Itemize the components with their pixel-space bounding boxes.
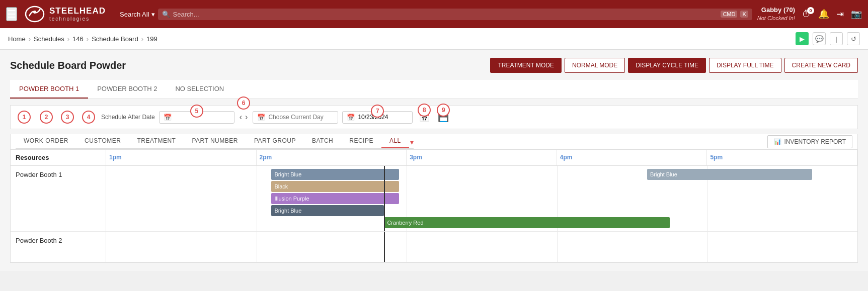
annotation-8: 8 [418, 104, 431, 117]
col-line-1 [257, 166, 257, 231]
col-line-b2-2 [407, 232, 407, 262]
bell-icon[interactable]: 🔔 [818, 9, 829, 20]
breadcrumb-146[interactable]: 146 [72, 35, 84, 43]
time-5pm: 5pm [707, 150, 857, 165]
bar-bright-blue-1[interactable]: Bright Blue [271, 169, 399, 180]
brand-sub: technologies [49, 16, 106, 22]
gantt-row-booth1: Powder Booth 1 Bright Blue Black Illusio… [11, 166, 857, 232]
bar-bright-blue-3[interactable]: Bright Blue [647, 169, 812, 180]
time-4pm: 4pm [557, 150, 707, 165]
breadcrumb-sep2: › [67, 35, 69, 43]
gantt-chart: Resources 1pm 2pm 3pm 4pm 5pm Powder Boo… [10, 149, 858, 263]
icon-btn-2[interactable]: 2 [38, 110, 55, 125]
current-day-field[interactable] [268, 114, 334, 121]
toolbar: 1 2 3 4 Schedule After Date 📅 5 6 ‹ › 📅 [10, 105, 858, 129]
display-cycle-time-button[interactable]: DISPLAY CYCLE TIME [628, 58, 706, 73]
col-line-b2-3 [557, 232, 558, 262]
icon-btn-4[interactable]: 4 [80, 110, 97, 125]
date-field-5[interactable] [175, 114, 230, 121]
search-icon: 🔍 [162, 11, 170, 18]
bar-illusion-purple[interactable]: Illusion Purple [271, 193, 399, 204]
play-button[interactable]: ▶ [796, 32, 809, 45]
col-line-b2-1 [257, 232, 257, 262]
prev-arrow[interactable]: ‹ [239, 112, 243, 123]
message-button[interactable]: 💬 [813, 32, 826, 45]
icon-btn-8[interactable]: 📅 8 [417, 111, 432, 124]
refresh-button[interactable]: ↺ [847, 32, 860, 45]
filter-tabs: WORK ORDER CUSTOMER TREATMENT PART NUMBE… [16, 134, 414, 149]
breadcrumb-sep4: › [141, 35, 143, 43]
filter-dropdown-arrow: ▾ [409, 136, 414, 146]
user-name: Gabby (70) [757, 6, 795, 15]
timer-icon[interactable]: ⏱ 0 [802, 9, 811, 20]
create-new-card-button[interactable]: CREATE NEW CARD [784, 58, 858, 73]
annotation-1: 1 [18, 111, 31, 124]
gantt-content-booth2 [106, 232, 857, 262]
breadcrumb-sep1: › [29, 35, 31, 43]
filter-batch[interactable]: BATCH [304, 134, 341, 148]
camera-icon[interactable]: 📷 [851, 9, 862, 20]
filter-treatment[interactable]: TREATMENT [129, 134, 184, 148]
chart-icon: 📊 [774, 138, 781, 145]
search-input[interactable] [173, 11, 718, 18]
filter-customer[interactable]: CUSTOMER [76, 134, 129, 148]
calendar-icon-7: 📅 [347, 114, 355, 121]
next-arrow[interactable]: › [244, 112, 249, 123]
filter-all[interactable]: ALL [381, 134, 409, 148]
page-title: Schedule Board Powder [10, 60, 126, 71]
logo-text: STEELHEAD technologies [49, 7, 106, 22]
inventory-report-button[interactable]: 📊 INVENTORY REPORT [767, 135, 852, 148]
tab-powder-booth-2[interactable]: POWDER BOOTH 2 [88, 80, 166, 99]
search-box: 🔍 CMD K [158, 9, 752, 20]
breadcrumb-sep3: › [87, 35, 89, 43]
brand-name: STEELHEAD [49, 7, 106, 16]
nav-arrows: 6 ‹ › [239, 112, 249, 123]
breadcrumb-199[interactable]: 199 [146, 35, 157, 43]
divider-button: | [830, 32, 843, 45]
filter-work-order[interactable]: WORK ORDER [16, 134, 76, 148]
hamburger-menu[interactable]: ☰ [6, 7, 17, 21]
icon-btn-3[interactable]: 3 [59, 110, 76, 125]
tab-no-selection[interactable]: NO SELECTION [166, 80, 233, 99]
tab-powder-booth-1[interactable]: POWDER BOOTH 1 [10, 80, 88, 99]
breadcrumb-actions: ▶ 💬 | ↺ [796, 32, 860, 45]
display-full-time-button[interactable]: DISPLAY FULL TIME [709, 58, 781, 73]
inventory-btn-label: INVENTORY REPORT [784, 138, 846, 145]
icon-btn-1[interactable]: 1 [16, 110, 33, 125]
search-all-button[interactable]: Search All ▾ [120, 11, 155, 18]
filter-part-number[interactable]: PART NUMBER [184, 134, 246, 148]
gantt-content-booth1: Bright Blue Black Illusion Purple Bright… [106, 166, 857, 231]
treatment-mode-button[interactable]: TREATMENT MODE [490, 58, 562, 73]
logo-icon [24, 5, 45, 23]
current-date-input[interactable]: 📅 7 [342, 111, 413, 124]
filter-recipe[interactable]: RECIPE [341, 134, 381, 148]
annotation-9: 9 [437, 104, 450, 117]
bar-bright-blue-2[interactable]: Bright Blue [271, 205, 384, 216]
breadcrumb-home[interactable]: Home [8, 35, 26, 43]
filter-part-group[interactable]: PART GROUP [246, 134, 304, 148]
timer-badge: 0 [807, 7, 814, 14]
topnav-right: Gabby (70) Not Clocked In! ⏱ 0 🔔 ⇥ 📷 [757, 6, 862, 22]
choose-current-day-input[interactable]: 📅 [253, 111, 338, 124]
logout-icon[interactable]: ⇥ [836, 9, 844, 20]
main-content: Schedule Board Powder TREATMENT MODE NOR… [0, 50, 868, 271]
time-1pm: 1pm [106, 150, 257, 165]
bar-black[interactable]: Black [271, 181, 399, 192]
search-area: Search All ▾ 🔍 CMD K [120, 9, 752, 20]
annotation-6: 6 [237, 96, 250, 110]
breadcrumb-board[interactable]: Schedule Board [92, 35, 138, 43]
logo: STEELHEAD technologies [24, 5, 115, 23]
gantt-label-booth1: Powder Booth 1 [11, 166, 106, 231]
svg-point-0 [26, 7, 44, 22]
icon-btn-9[interactable]: 💾 9 [436, 111, 451, 124]
booth-tabs: POWDER BOOTH 1 POWDER BOOTH 2 NO SELECTI… [10, 80, 858, 99]
user-status: Not Clocked In! [757, 15, 795, 22]
annotation-4: 4 [82, 111, 95, 124]
normal-mode-button[interactable]: NORMAL MODE [565, 58, 625, 73]
breadcrumb-schedules[interactable]: Schedules [34, 35, 64, 43]
annotation-3: 3 [61, 111, 74, 124]
header-row: Schedule Board Powder TREATMENT MODE NOR… [10, 58, 858, 73]
schedule-after-date-input[interactable]: 📅 5 [159, 111, 234, 124]
user-info: Gabby (70) Not Clocked In! [757, 6, 795, 22]
bar-cranberry-red[interactable]: Cranberry Red [384, 217, 669, 228]
